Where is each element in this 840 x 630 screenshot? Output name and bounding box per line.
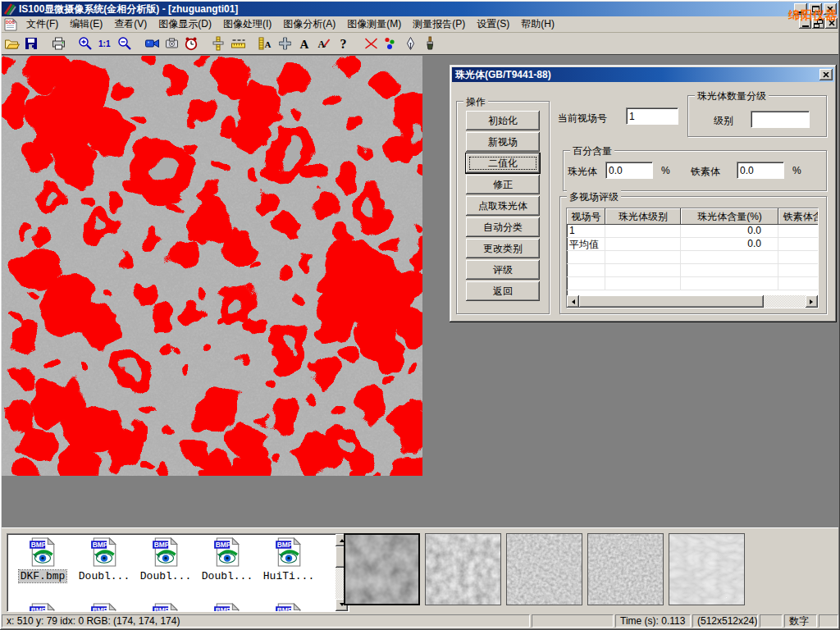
- caliper-button[interactable]: [208, 34, 228, 53]
- document-icon: DOC: [4, 18, 17, 31]
- table-row[interactable]: 平均值 0.0: [567, 238, 818, 251]
- correct-button[interactable]: 修正: [466, 175, 540, 194]
- menu-item-edit[interactable]: 编辑(E): [64, 16, 108, 33]
- svg-text:?: ?: [340, 37, 347, 51]
- dialog-title: 珠光体(GB/T9441-88): [455, 68, 551, 82]
- dialog-close-button[interactable]: [819, 69, 833, 80]
- thumbnail-2[interactable]: [425, 533, 501, 605]
- file-list[interactable]: DKF.bmp Doubl... Doubl... Doubl... HuiTi…: [7, 533, 349, 612]
- return-button[interactable]: 返回: [466, 281, 540, 301]
- menu-item-image-display[interactable]: 图像显示(D): [153, 16, 217, 33]
- one-to-one-icon: 1:1: [98, 36, 112, 51]
- close-icon: [823, 72, 829, 78]
- grading-group-label: 珠光体数量分级: [695, 89, 769, 103]
- video-camera-icon: [144, 36, 160, 51]
- scroll-thumb[interactable]: [579, 295, 764, 308]
- menu-item-file[interactable]: 文件(F): [21, 16, 64, 33]
- menu-item-measure-report[interactable]: 测量报告(P): [407, 16, 471, 33]
- status-empty-2: [760, 614, 783, 628]
- file-item[interactable]: Doubl...: [135, 537, 196, 582]
- auto-classify-button[interactable]: 自动分类: [466, 217, 540, 237]
- table-row[interactable]: 1 0.0: [567, 225, 818, 238]
- menu-item-image-process[interactable]: 图像处理(I): [217, 16, 277, 33]
- menu-item-image-analysis[interactable]: 图像分析(A): [277, 16, 341, 33]
- file-item[interactable]: [135, 603, 196, 612]
- zoom-out-button[interactable]: [115, 34, 135, 53]
- pearlite-unit: %: [661, 165, 670, 176]
- curve-tool-button[interactable]: [361, 34, 381, 53]
- ruler-button[interactable]: [228, 34, 248, 53]
- thumbnail-3[interactable]: [506, 533, 582, 605]
- pen-button[interactable]: [400, 34, 420, 53]
- menu-item-settings[interactable]: 设置(S): [471, 16, 515, 33]
- file-item[interactable]: Doubl...: [197, 537, 258, 582]
- open-button[interactable]: [2, 34, 21, 53]
- annotate-button[interactable]: A: [314, 34, 334, 53]
- watermark: 绵阳仪器: [788, 8, 838, 23]
- brush-icon: [422, 36, 437, 51]
- menu-item-image-measure[interactable]: 图像测量(M): [341, 16, 407, 33]
- file-item[interactable]: DKF.bmp: [12, 537, 73, 582]
- thumbnail-5[interactable]: [669, 533, 745, 605]
- table-horizontal-scrollbar[interactable]: [567, 295, 818, 308]
- ferrite-percent-input[interactable]: [737, 162, 784, 179]
- pearlite-percent-input[interactable]: [605, 162, 653, 179]
- save-button[interactable]: [21, 34, 41, 53]
- print-button[interactable]: [48, 34, 68, 53]
- thumbnail-1[interactable]: [344, 533, 420, 605]
- ruler-text-icon: A: [258, 36, 272, 51]
- floppy-icon: [24, 36, 39, 51]
- multiview-table[interactable]: 视场号 珠光体级别 珠光体含量(%) 铁素体含量(%) 1 0.0 平均值 0.…: [566, 208, 819, 308]
- bmp-file-icon: [213, 603, 241, 612]
- micrograph-image[interactable]: [2, 56, 422, 476]
- open-folder-icon: [4, 36, 20, 51]
- timer-button[interactable]: [181, 34, 201, 53]
- file-item[interactable]: HuiTi...: [258, 537, 319, 582]
- change-class-button[interactable]: 更改类别: [466, 239, 540, 258]
- pearlite-label: 珠光体: [568, 165, 597, 179]
- help-button[interactable]: ?: [334, 34, 354, 53]
- file-pane: DKF.bmp Doubl... Doubl... Doubl... HuiTi…: [2, 527, 838, 613]
- table-row-empty: [567, 277, 818, 290]
- file-name: HuiTi...: [262, 570, 316, 582]
- file-item[interactable]: Doubl...: [74, 537, 135, 582]
- arrow-left-icon: [569, 299, 575, 304]
- brush-button[interactable]: [420, 34, 440, 53]
- curve-icon: [363, 36, 379, 51]
- menu-item-help[interactable]: 帮助(H): [515, 16, 560, 33]
- file-item[interactable]: [197, 603, 258, 612]
- grid-button[interactable]: [275, 34, 294, 53]
- thumbnail-4[interactable]: [587, 533, 664, 605]
- zoom-in-icon: [78, 36, 93, 51]
- pick-pearlite-button[interactable]: 点取珠光体: [466, 196, 540, 216]
- init-button[interactable]: 初始化: [466, 111, 540, 130]
- scroll-left-button[interactable]: [567, 295, 579, 308]
- cell-content: 0.0: [681, 225, 778, 238]
- bmp-file-icon: [152, 603, 180, 612]
- ferrite-unit: %: [792, 165, 801, 176]
- current-view-input[interactable]: [626, 107, 678, 125]
- file-item[interactable]: [12, 603, 73, 612]
- classify-tool-button[interactable]: [381, 34, 400, 53]
- new-field-button[interactable]: 新视场: [466, 132, 540, 152]
- camera-capture-button[interactable]: [162, 34, 181, 53]
- scroll-right-button[interactable]: [806, 295, 818, 308]
- multiview-group-label: 多视场评级: [567, 190, 621, 204]
- rate-button[interactable]: 评级: [466, 260, 540, 280]
- actual-size-button[interactable]: 1:1: [95, 34, 115, 53]
- camera-icon: [164, 36, 180, 51]
- file-item[interactable]: [258, 603, 319, 612]
- bmp-file-icon: [90, 603, 118, 612]
- file-item[interactable]: [74, 603, 135, 612]
- ferrite-label: 铁素体: [691, 165, 720, 179]
- bmp-file-icon: [29, 603, 57, 612]
- binarize-button[interactable]: 二值化: [466, 153, 540, 173]
- toolbar: 1:1: [2, 33, 838, 55]
- grade-input[interactable]: [751, 111, 810, 128]
- video-capture-button[interactable]: [142, 34, 162, 53]
- menu-item-view[interactable]: 查看(V): [108, 16, 153, 33]
- text-button[interactable]: A: [294, 34, 314, 53]
- measure-label-button[interactable]: A: [255, 34, 275, 53]
- zoom-in-button[interactable]: [75, 34, 95, 53]
- status-image-size: (512x512x24): [692, 614, 758, 628]
